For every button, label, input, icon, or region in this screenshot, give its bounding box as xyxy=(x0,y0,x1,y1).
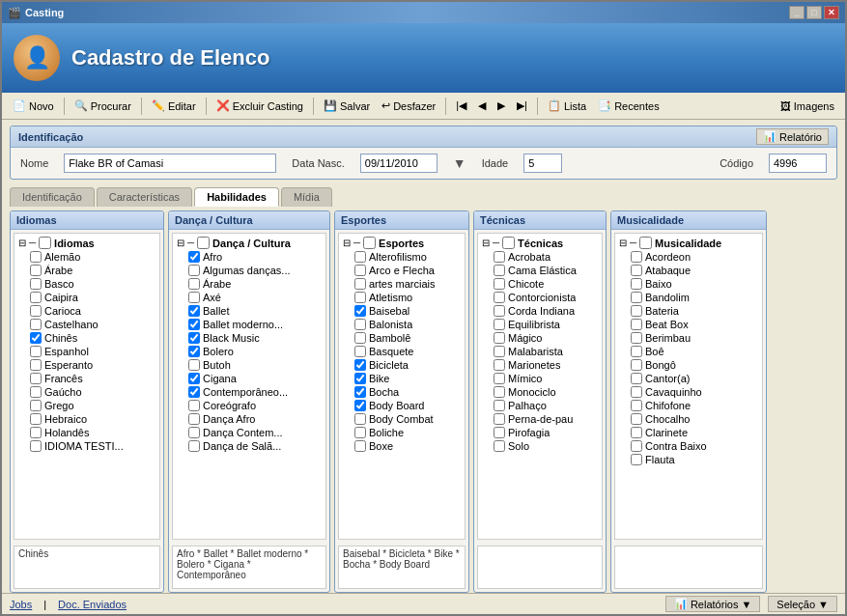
idiomas-item-10-checkbox[interactable] xyxy=(30,386,42,398)
nav-next-button[interactable]: ▶ xyxy=(493,98,510,114)
musicalidade-item-1-checkbox[interactable] xyxy=(631,265,642,276)
idiomas-item-2-checkbox[interactable] xyxy=(30,278,42,290)
esportes-item-4-checkbox[interactable] xyxy=(354,305,366,317)
recentes-button[interactable]: 📑 Recentes xyxy=(593,98,663,114)
musicalidade-item-4-checkbox[interactable] xyxy=(631,305,642,317)
desfazer-button[interactable]: ↩ Desfazer xyxy=(377,98,440,114)
tecnicas-item-10-checkbox[interactable] xyxy=(494,386,505,398)
novo-button[interactable]: 📄 Novo xyxy=(8,98,59,114)
nav-first-button[interactable]: |◀ xyxy=(451,98,471,114)
report-button[interactable]: 📊 Relatório xyxy=(756,128,829,145)
musicalidade-item-8-checkbox[interactable] xyxy=(631,359,642,371)
idiomas-item-9-checkbox[interactable] xyxy=(30,373,42,384)
musicalidade-item-11-checkbox[interactable] xyxy=(631,400,642,411)
musicalidade-item-7-checkbox[interactable] xyxy=(631,346,642,357)
tecnicas-item-1-checkbox[interactable] xyxy=(494,265,505,276)
danca-item-8-checkbox[interactable] xyxy=(188,359,200,371)
danca-item-9-checkbox[interactable] xyxy=(188,373,200,384)
esportes-item-13-checkbox[interactable] xyxy=(354,427,366,438)
tree-expand-icon[interactable]: ⊟ xyxy=(18,238,26,248)
musicalidade-item-3-checkbox[interactable] xyxy=(631,292,642,303)
idade-input[interactable] xyxy=(523,154,562,173)
danca-item-0-checkbox[interactable] xyxy=(188,251,200,263)
idiomas-item-4-checkbox[interactable] xyxy=(30,305,42,317)
doc-enviados-link[interactable]: Doc. Enviados xyxy=(58,599,127,610)
jobs-link[interactable]: Jobs xyxy=(10,599,32,610)
tecnicas-item-4-checkbox[interactable] xyxy=(494,305,505,317)
lista-button[interactable]: 📋 Lista xyxy=(543,98,591,114)
esportes-item-3-checkbox[interactable] xyxy=(354,292,366,303)
tab-caracteristicas[interactable]: Características xyxy=(97,187,192,207)
imagens-button[interactable]: 🖼 Imagens xyxy=(776,98,839,114)
codigo-input[interactable] xyxy=(769,154,827,173)
date-dropdown-icon[interactable]: ▼ xyxy=(453,155,466,171)
maximize-button[interactable]: □ xyxy=(806,6,822,19)
danca-item-13-checkbox[interactable] xyxy=(188,427,200,438)
tecnicas-item-14-checkbox[interactable] xyxy=(494,440,505,452)
danca-item-3-checkbox[interactable] xyxy=(188,292,200,303)
musicalidade-item-10-checkbox[interactable] xyxy=(631,386,642,398)
danca-item-1-checkbox[interactable] xyxy=(188,265,200,276)
idiomas-item-12-checkbox[interactable] xyxy=(30,413,42,425)
musicalidade-item-12-checkbox[interactable] xyxy=(631,413,642,425)
esportes-item-10-checkbox[interactable] xyxy=(354,386,366,398)
idiomas-item-8-checkbox[interactable] xyxy=(30,359,42,371)
tecnicas-root-checkbox[interactable] xyxy=(502,237,515,249)
danca-item-12-checkbox[interactable] xyxy=(188,413,200,425)
tab-midia[interactable]: Mídia xyxy=(281,187,332,207)
musicalidade-item-15-checkbox[interactable] xyxy=(631,454,642,465)
esportes-item-14-checkbox[interactable] xyxy=(354,440,366,452)
minimize-button[interactable]: _ xyxy=(789,6,805,19)
procurar-button[interactable]: 🔍 Procurar xyxy=(70,98,136,114)
idiomas-item-14-checkbox[interactable] xyxy=(30,440,42,452)
idiomas-item-1-checkbox[interactable] xyxy=(30,265,42,276)
tecnicas-item-7-checkbox[interactable] xyxy=(494,346,505,357)
data-nasc-input[interactable] xyxy=(360,154,438,173)
esportes-item-1-checkbox[interactable] xyxy=(354,265,366,276)
tecnicas-item-5-checkbox[interactable] xyxy=(494,319,505,330)
idiomas-item-7-checkbox[interactable] xyxy=(30,346,42,357)
esportes-item-9-checkbox[interactable] xyxy=(354,373,366,384)
musicalidade-item-0-checkbox[interactable] xyxy=(631,251,642,263)
tecnicas-item-8-checkbox[interactable] xyxy=(494,359,505,371)
musicalidade-item-6-checkbox[interactable] xyxy=(631,332,642,344)
danca-list[interactable]: ⊟─Dança / CulturaAfroAlgumas danças...Ár… xyxy=(172,233,326,540)
relatorios-button[interactable]: 📊 Relatórios ▼ xyxy=(665,596,760,612)
musicalidade-item-2-checkbox[interactable] xyxy=(631,278,642,290)
esportes-item-8-checkbox[interactable] xyxy=(354,359,366,371)
tecnicas-item-2-checkbox[interactable] xyxy=(494,278,505,290)
tecnicas-list[interactable]: ⊟─TécnicasAcrobataCama ElásticaChicoteCo… xyxy=(477,233,603,540)
idiomas-item-13-checkbox[interactable] xyxy=(30,427,42,438)
tecnicas-item-6-checkbox[interactable] xyxy=(494,332,505,344)
excluir-button[interactable]: ❌ Excluir Casting xyxy=(212,98,308,114)
idiomas-root-checkbox[interactable] xyxy=(39,237,51,249)
esportes-item-6-checkbox[interactable] xyxy=(354,332,366,344)
esportes-item-12-checkbox[interactable] xyxy=(354,413,366,425)
musicalidade-item-13-checkbox[interactable] xyxy=(631,427,642,438)
esportes-list[interactable]: ⊟─EsportesAlterofilismoArco e Flechaarte… xyxy=(338,233,466,540)
tecnicas-item-13-checkbox[interactable] xyxy=(494,427,505,438)
tecnicas-item-12-checkbox[interactable] xyxy=(494,413,505,425)
idiomas-list[interactable]: ⊟─IdiomasAlemãoÁrabeBascoCaipiraCariocaC… xyxy=(14,233,160,540)
nav-last-button[interactable]: ▶| xyxy=(512,98,532,114)
musicalidade-item-14-checkbox[interactable] xyxy=(631,440,642,452)
danca-item-11-checkbox[interactable] xyxy=(188,400,200,411)
esportes-item-7-checkbox[interactable] xyxy=(354,346,366,357)
danca-item-10-checkbox[interactable] xyxy=(188,386,200,398)
close-button[interactable]: ✕ xyxy=(824,6,839,19)
nome-input[interactable] xyxy=(64,154,276,173)
danca-item-2-checkbox[interactable] xyxy=(188,278,200,290)
musicalidade-item-9-checkbox[interactable] xyxy=(631,373,642,384)
tecnicas-item-11-checkbox[interactable] xyxy=(494,400,505,411)
esportes-item-2-checkbox[interactable] xyxy=(354,278,366,290)
esportes-item-11-checkbox[interactable] xyxy=(354,400,366,411)
danca-item-6-checkbox[interactable] xyxy=(188,332,200,344)
danca-root-checkbox[interactable] xyxy=(197,237,210,249)
tecnicas-item-9-checkbox[interactable] xyxy=(494,373,505,384)
danca-item-5-checkbox[interactable] xyxy=(188,319,200,330)
idiomas-item-11-checkbox[interactable] xyxy=(30,400,42,411)
danca-item-4-checkbox[interactable] xyxy=(188,305,200,317)
tab-habilidades[interactable]: Habilidades xyxy=(194,187,279,207)
esportes-root-checkbox[interactable] xyxy=(363,237,376,249)
tree-expand-icon[interactable]: ⊟ xyxy=(343,238,351,248)
